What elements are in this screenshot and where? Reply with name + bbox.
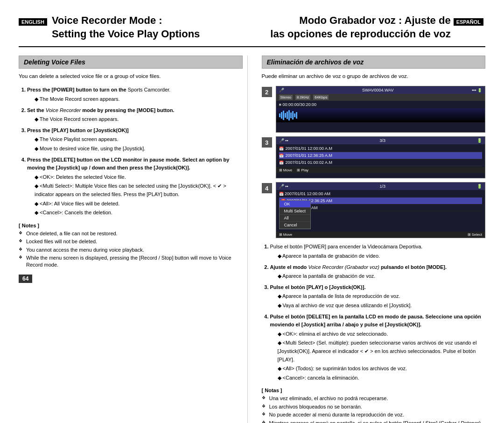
khz-label: 8.0KHz — [295, 95, 310, 100]
left-notes: [ Notes ] Once deleted, a file can not b… — [19, 223, 243, 269]
step-1-bullet-1: The Movie Record screen appears. — [35, 95, 243, 104]
right-step-2-bullet-1: Aparece la pantalla de grabación de voz. — [278, 272, 486, 281]
mic-icon-3: 🎤 ▪▪ — [279, 138, 288, 143]
filename: SWAV0004.WAV — [362, 88, 394, 92]
step-3-bullet-2: Move to desired voice file, using the [J… — [35, 145, 243, 153]
right-step-1: Pulse el botón [POWER] para encender la … — [270, 243, 486, 260]
step-2-bullet-1: The Voice Record screen appears. — [35, 115, 243, 124]
step-1: Press the [POWER] button to turn on the … — [27, 86, 243, 103]
screen3-top: 🎤 ▪▪ 3/3 🔋 — [276, 137, 485, 144]
right-step-3-bullet-1: Aparece la pantalla de lista de reproduc… — [278, 292, 486, 301]
right-step-4-bullet-4: <Cancel>: cancela la eliminación. — [278, 374, 486, 382]
espanol-badge: ESPAÑOL — [454, 18, 483, 26]
battery-area: ▪▪▪ 🔋 — [472, 88, 482, 92]
screen3: 🎤 ▪▪ 3/3 🔋 📅 2007/01/01 12:00:00 A.M 📅 — [276, 136, 486, 178]
header: ENGLISH Voice Recorder Mode : Setting th… — [19, 14, 485, 47]
mic-icon-4: 🎤 ▪▪ — [279, 184, 288, 189]
header-right: Modo Grabador voz : Ajuste de las opcion… — [259, 14, 486, 41]
step-2: Set the Voice Recorder mode by pressing … — [27, 106, 243, 124]
step-3: Press the [PLAY] button or [Joystick(OK)… — [27, 127, 243, 153]
header-left: ENGLISH Voice Recorder Mode : Setting th… — [19, 14, 245, 41]
right-step-2: Ajuste el modo Voice Recorder (Grabador … — [270, 263, 486, 281]
left-steps: Press the [POWER] button to turn on the … — [19, 86, 243, 217]
screen2-info: Stereo 8.0KHz 64Kbps — [276, 94, 485, 101]
screen4-top: 🎤 ▪▪ 1/3 🔋 — [276, 183, 485, 190]
right-note-4: Mientras aparece el menú en pantalla, si… — [262, 420, 486, 423]
menu-cancel: Cancel — [280, 222, 311, 229]
english-badge: ENGLISH — [19, 18, 47, 26]
step-4-bullet-3: <All>: All Voice files will be deleted. — [35, 200, 243, 208]
screen2-step-num: 2 — [262, 87, 272, 97]
screen2-top: 🎤 SWAV0004.WAV ▪▪▪ 🔋 — [276, 86, 485, 94]
kbps-label: 64Kbps — [313, 95, 329, 100]
left-section-header: Deleting Voice Files — [19, 56, 243, 69]
page-number-badge: 64 — [19, 270, 243, 283]
screen3-step-num: 3 — [262, 137, 272, 148]
left-title: Voice Recorder Mode : Setting the Voice … — [52, 14, 200, 41]
screen2-waveform — [276, 108, 485, 122]
right-note-3: No puede acceder al menú durante la repr… — [262, 411, 486, 418]
step-4-bullet-4: <Cancel>: Cancels the deletion. — [35, 209, 243, 217]
page: ENGLISH Voice Recorder Mode : Setting th… — [0, 0, 504, 423]
step-4: Press the [DELETE] button on the LCD mon… — [27, 156, 243, 217]
screen2-row: 2 🎤 SWAV0004.WAV ▪▪▪ 🔋 Stereo 8.0KHz — [262, 86, 486, 133]
right-intro: Puede eliminar un archivo de voz o grupo… — [262, 72, 486, 80]
right-step-4-bullet-3: <All> (Todos): se suprimirán todos los a… — [278, 365, 486, 373]
right-notes-title: [ Notas ] — [262, 388, 486, 393]
left-column: Deleting Voice Files You can delete a se… — [19, 56, 248, 423]
right-note-2: Los archivos bloqueados no se borrarán. — [262, 403, 486, 410]
move-label: ⊞ Move — [279, 168, 293, 172]
stereo-label: Stereo — [279, 95, 293, 100]
screen2: 🎤 SWAV0004.WAV ▪▪▪ 🔋 Stereo 8.0KHz 64Kbp… — [276, 86, 486, 133]
left-notes-title: [ Notes ] — [19, 223, 243, 228]
menu-multiselect: Multi Select — [280, 208, 311, 215]
note-1: Once deleted, a file can not be restored… — [19, 230, 243, 237]
menu-ok: OK — [280, 201, 311, 208]
mic-icon: 🎤 — [279, 88, 284, 92]
screen3-footer: ⊞ Move ⊞ Play — [276, 167, 485, 173]
left-intro: You can delete a selected voice file or … — [19, 72, 243, 80]
content: Deleting Voice Files You can delete a se… — [19, 56, 485, 423]
play-label: ⊞ Play — [297, 168, 308, 172]
battery-3: 🔋 — [477, 138, 482, 143]
screen3-item-1: 📅 2007/01/01 12:00:00 A.M — [279, 145, 483, 152]
screen3-list: 📅 2007/01/01 12:00:00 A.M 📅 2007/01/01 1… — [276, 144, 485, 167]
right-step-4-bullet-1: <OK>: elimina el archivo de voz seleccio… — [278, 330, 486, 338]
note-3: You cannot access the menu during voice … — [19, 247, 243, 254]
right-step-4-bullet-2: <Multi Select> (Sel. múltiple): pueden s… — [278, 339, 486, 364]
screen4-footer: ⊞ Move ⊞ Select — [276, 232, 485, 238]
screen3-item-3: 📅 2007/01/01 01:00:02 A.M — [279, 159, 483, 166]
screen4-counter: 1/3 — [379, 184, 385, 189]
select-label-4: ⊞ Select — [468, 233, 482, 237]
screen3-item-2: 📅 2007/01/01 12:36:25 A.M — [279, 152, 483, 159]
screenshots: 2 🎤 SWAV0004.WAV ▪▪▪ 🔋 Stereo 8.0KHz — [262, 86, 486, 238]
screen4: 🎤 ▪▪ 1/3 🔋 📅 2007/01/01 12:00:00 AM 📅 20… — [276, 182, 486, 238]
screen3-counter: 3/3 — [379, 138, 385, 143]
note-2: Locked files will not be deleted. — [19, 238, 243, 245]
battery-4: 🔋 — [477, 184, 482, 189]
screen2-time: ■ 00:00:00/30:20:00 — [276, 101, 485, 108]
right-step-4: Pulse el botón [DELETE] en la pantalla L… — [270, 313, 486, 382]
screen4-item-1: 📅 2007/01/01 12:00:00 AM — [279, 190, 483, 197]
right-section-header: Eliminación de archivos de voz — [262, 56, 486, 69]
screen4-step-num: 4 — [262, 183, 272, 193]
screen4-row: 4 🎤 ▪▪ 1/3 🔋 📅 2007/01/01 12:00:00 AM — [262, 182, 486, 238]
right-note-1: Una vez eliminado, el archivo no podrá r… — [262, 395, 486, 402]
step-4-bullet-2: <Multi Select>: Multiple Voice files can… — [35, 182, 243, 198]
step-3-bullet-1: The Voice Playlist screen appears. — [35, 135, 243, 144]
right-column: Eliminación de archivos de voz Puede eli… — [257, 56, 486, 423]
screen4-menu: OK Multi Select All Cancel — [279, 200, 311, 229]
right-notes: [ Notas ] Una vez eliminado, el archivo … — [262, 388, 486, 423]
note-4: While the menu screen is displayed, pres… — [19, 254, 243, 269]
right-title: Modo Grabador voz : Ajuste de las opcion… — [270, 14, 450, 41]
right-step-3-bullet-2: Vaya al archivo de voz que desea utiliza… — [278, 302, 486, 310]
menu-all: All — [280, 215, 311, 222]
right-steps: Pulse el botón [POWER] para encender la … — [262, 243, 486, 382]
step-4-bullet-1: <OK>: Deletes the selected Voice file. — [35, 173, 243, 182]
screen3-row: 3 🎤 ▪▪ 3/3 🔋 📅 2007/01/01 12:00:00 A.M — [262, 136, 486, 178]
move-label-4: ⊞ Move — [279, 233, 293, 237]
right-step-1-bullet-1: Aparece la pantalla de grabación de víde… — [278, 252, 486, 261]
right-step-3: Pulse el botón [PLAY] o [Joystick(OK)]. … — [270, 283, 486, 310]
